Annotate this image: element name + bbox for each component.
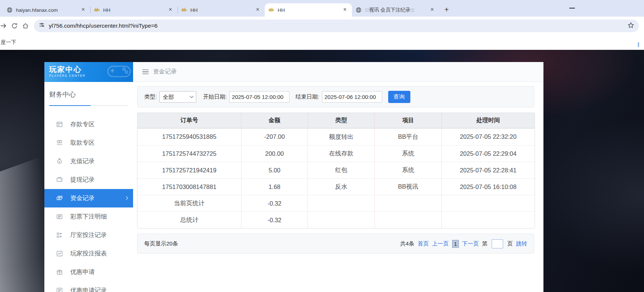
- minimize-icon[interactable]: [569, 8, 575, 8]
- table-cell: 1751725744732725: [138, 145, 241, 162]
- filter-bar: 类型: 全部 开始日期: 结束日期: 查询: [137, 86, 534, 107]
- tab-strip: haiyan.hfanax.com×HH×HH×HH×:::视讯 会员下注纪录:…: [0, 0, 644, 17]
- table-row: 1751725940531885-207.00额度转出BB平台2025-07-0…: [138, 128, 535, 145]
- main-content: 资金记录 类型: 全部 开始日期: 结束日期: 查询: [133, 62, 543, 292]
- tab-close-icon[interactable]: ×: [254, 7, 261, 13]
- menu-toggle-icon[interactable]: [142, 69, 149, 74]
- table-cell: [374, 212, 441, 228]
- end-date-input[interactable]: [322, 91, 382, 103]
- funds-icon: [56, 195, 63, 202]
- globe-icon: [7, 7, 13, 13]
- table-cell: -0.32: [241, 195, 308, 212]
- type-label: 类型:: [144, 93, 157, 100]
- bookmark-star-icon[interactable]: [627, 22, 634, 30]
- browser-tab[interactable]: HH×: [90, 3, 177, 17]
- browser-tab[interactable]: HH×: [265, 3, 352, 17]
- tab-close-icon[interactable]: ×: [342, 7, 348, 13]
- browser-window: haiyan.hfanax.com×HH×HH×HH×:::视讯 会员下注纪录:…: [0, 0, 644, 292]
- pagination-bar: 每页显示20条 共4条 首页 上一页 1 下一页 第 页 跳转: [137, 234, 534, 254]
- url-text[interactable]: yl756.com/hhcp/usercenter.html?iniType=6: [49, 23, 627, 29]
- sidebar-item-label: 存款专区: [70, 120, 95, 128]
- tab-title: HH: [103, 7, 167, 13]
- withdraw-icon: [56, 140, 63, 146]
- home-icon[interactable]: [20, 20, 31, 31]
- gold-wave-icon: [94, 7, 100, 13]
- end-date-label: 结束日期:: [295, 93, 319, 100]
- table-cell: 系统: [374, 145, 441, 162]
- current-page-indicator: 1: [452, 240, 459, 248]
- sidebar: 玩家中心 PLAYERS CENTER 财务中心 存款专区取款专区充值记录提现记…: [44, 62, 133, 292]
- table-header-row: 订单号金额类型项目处理时间: [138, 113, 535, 128]
- page-background: 玩家中心 PLAYERS CENTER 财务中心 存款专区取款专区充值记录提现记…: [0, 50, 644, 292]
- table-row: 总统计-0.32: [138, 212, 535, 228]
- table-cell: 反水: [308, 178, 374, 195]
- sidebar-item-label: 优惠申请: [70, 268, 95, 276]
- query-button[interactable]: 查询: [388, 91, 410, 103]
- sidebar-item-label: 提现记录: [70, 176, 95, 184]
- table-cell: 2025-07-05 22:29:04: [441, 145, 535, 162]
- jump-prefix-label: 第: [482, 240, 488, 247]
- sidebar-item[interactable]: 提现记录: [44, 171, 133, 189]
- table-cell: [308, 195, 374, 212]
- table-cell: [441, 195, 535, 212]
- table-cell: 在线存款: [308, 145, 374, 162]
- sidebar-item[interactable]: 厅室投注记录: [44, 226, 133, 244]
- gold-wave-icon: [181, 7, 187, 13]
- sidebar-item[interactable]: 充值记录: [44, 152, 133, 171]
- tab-close-icon[interactable]: ×: [429, 7, 435, 13]
- browser-tab[interactable]: :::视讯 会员下注纪录:::×: [352, 3, 439, 17]
- table-header-cell: 处理时间: [441, 113, 535, 128]
- sidebar-item[interactable]: 优惠申请记录: [44, 281, 133, 292]
- table-cell: 额度转出: [308, 128, 374, 145]
- address-bar[interactable]: yl756.com/hhcp/usercenter.html?iniType=6: [34, 20, 639, 32]
- report-icon: [56, 250, 63, 257]
- first-page-link[interactable]: 首页: [418, 240, 429, 247]
- page-title: 资金记录: [153, 68, 177, 76]
- prev-page-link[interactable]: 上一页: [432, 240, 449, 247]
- sidebar-item[interactable]: 存款专区: [44, 115, 133, 134]
- forward-icon[interactable]: [0, 20, 9, 31]
- table-cell: 1751725940531885: [138, 128, 241, 145]
- sidebar-item[interactable]: 玩家投注报表: [44, 244, 133, 263]
- side-panel-indicator: [638, 42, 639, 47]
- table-cell: 1.68: [241, 178, 308, 195]
- jump-button[interactable]: 跳转: [516, 240, 527, 247]
- deposit-icon: [56, 121, 63, 128]
- table-header-cell: 订单号: [138, 113, 241, 128]
- site-settings-icon[interactable]: [38, 22, 45, 30]
- start-date-input[interactable]: [229, 91, 289, 103]
- globe-icon: [356, 7, 362, 13]
- browser-tab[interactable]: haiyan.hfanax.com×: [3, 3, 90, 17]
- sidebar-item-label: 资金记录: [70, 194, 95, 202]
- sidebar-item[interactable]: 优惠申请: [44, 263, 133, 281]
- page-jump-input[interactable]: [492, 239, 503, 248]
- table-row: 17517030081478811.68反水BB视讯2025-07-05 16:…: [138, 178, 535, 195]
- section-title: 财务中心: [49, 90, 128, 99]
- browser-toolbar: yl756.com/hhcp/usercenter.html?iniType=6: [0, 17, 644, 35]
- bookmark-item[interactable]: 度一下: [1, 39, 16, 46]
- new-tab-button[interactable]: +: [441, 5, 452, 15]
- tab-close-icon[interactable]: ×: [80, 7, 87, 13]
- table-cell: 1751725721942419: [138, 162, 241, 178]
- type-filter-select[interactable]: 全部: [159, 91, 196, 103]
- sidebar-item[interactable]: 取款专区: [44, 134, 133, 152]
- reload-icon[interactable]: [9, 20, 20, 31]
- sidebar-item[interactable]: 资金记录: [44, 189, 133, 207]
- sidebar-item-label: 厅室投注记录: [70, 231, 107, 239]
- tab-close-icon[interactable]: ×: [167, 7, 174, 13]
- next-page-link[interactable]: 下一页: [462, 240, 479, 247]
- gamepad-icon: [106, 63, 132, 81]
- table-row: 当前页统计-0.32: [138, 195, 535, 212]
- table-cell: 5.00: [241, 162, 308, 178]
- table-cell: 2025-07-05 22:28:41: [441, 162, 535, 178]
- table-header-cell: 项目: [374, 113, 441, 128]
- chevron-right-icon: [125, 196, 128, 200]
- table-cell: [441, 212, 535, 228]
- table-cell: 红包: [308, 162, 374, 178]
- recharge-icon: [56, 158, 63, 165]
- sidebar-section: 财务中心: [44, 82, 133, 115]
- sidebar-item[interactable]: 彩票下注明细: [44, 207, 133, 226]
- browser-tab[interactable]: HH×: [177, 3, 265, 17]
- table-cell: 1751703008147881: [138, 178, 241, 195]
- table-cell: BB视讯: [374, 178, 441, 195]
